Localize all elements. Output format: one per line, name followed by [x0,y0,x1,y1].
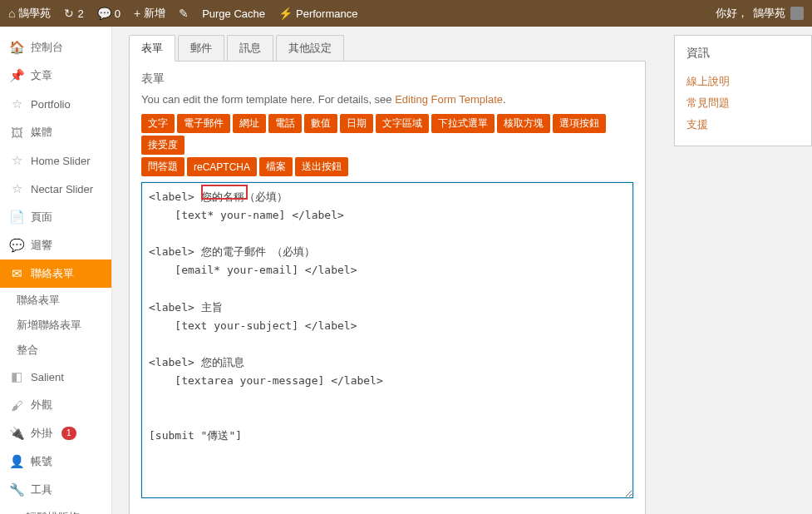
menu-item--[interactable]: ✉聯絡表單 [0,259,111,288]
star-icon: ☆ [8,180,25,197]
menu-label: 頁面 [31,210,52,225]
avatar [790,7,804,20]
tag-button[interactable]: 核取方塊 [497,114,550,133]
menu-item--[interactable]: 🔌外掛1 [0,419,111,447]
info-link[interactable]: 線上說明 [687,71,800,92]
updates-count: 2 [77,7,83,20]
form-template-textarea[interactable] [141,182,633,498]
menu-item-salient[interactable]: ◧Salient [0,363,111,391]
greeting-name: 鵠學苑 [753,6,785,21]
info-link[interactable]: 常見問題 [687,92,800,114]
tag-button[interactable]: 送出按鈕 [295,157,348,176]
tag-button[interactable]: 接受度 [141,136,185,155]
updates-link[interactable]: ↻ 2 [64,7,83,20]
badge: 1 [62,427,76,440]
tab-表單[interactable]: 表單 [129,35,175,62]
tab-訊息[interactable]: 訊息 [227,35,273,61]
tag-button[interactable]: 日期 [340,114,373,133]
menu-label: 媒體 [31,125,52,140]
menu-item-portfolio[interactable]: ☆Portfolio [0,90,111,118]
panel-description: You can edit the form template here. For… [141,93,633,106]
info-title: 資訊 [687,46,800,61]
menu-item--[interactable]: 🏠控制台 [0,33,111,62]
menu-item-home-slider[interactable]: ☆Home Slider [0,146,111,175]
main-content: 表單郵件訊息其他設定 表單 You can edit the form temp… [112,27,662,514]
comments-link[interactable]: 💬 0 [97,7,121,20]
tag-button[interactable]: 文字 [141,114,175,133]
info-sidebar: 資訊 線上說明常見問題支援 [662,27,812,514]
menu-label: 外掛 [31,426,52,441]
plus-icon: + [134,7,140,20]
media-icon: 🖼 [8,124,25,141]
menu-label: Nectar Slider [31,183,93,195]
tag-button[interactable]: 選項按鈕 [553,114,606,133]
greeting-prefix: 你好， [716,6,748,21]
star-icon: ☆ [8,96,25,112]
menu-item--[interactable]: 🔧工具 [0,476,111,504]
menu-item--[interactable]: ☆輕鬆排版拖、拉、酷！ [0,504,111,514]
form-panel: 表單 You can edit the form template here. … [129,61,646,514]
plug-icon: 🔌 [8,425,25,442]
tag-button[interactable]: 檔案 [259,157,293,176]
menu-label: 輕鬆排版拖、拉、酷！ [26,510,103,514]
tab-其他設定[interactable]: 其他設定 [276,35,344,61]
new-content[interactable]: + 新增 [134,6,165,21]
purge-cache[interactable]: Purge Cache [202,7,265,20]
submenu-item[interactable]: 整合 [8,338,111,363]
site-link[interactable]: ⌂ 鵠學苑 [8,6,51,21]
gauge-icon: ⚡ [278,7,293,20]
menu-label: Portfolio [31,98,71,111]
tag-button[interactable]: 數值 [304,114,337,133]
editing-template-link[interactable]: Editing Form Template [395,93,503,106]
speedometer-icon: 🏠 [8,39,25,56]
menu-label: 聯絡表單 [31,266,74,281]
tag-button[interactable]: 電話 [268,114,302,133]
user-icon: 👤 [8,453,25,470]
edit-icon: ✎ [179,7,189,20]
menu-item--[interactable]: 🖼媒體 [0,118,111,146]
comment-icon: 💬 [8,237,25,254]
menu-item--[interactable]: 🖌外觀 [0,391,111,419]
purge-label: Purge Cache [202,7,265,20]
tag-button[interactable]: 網址 [233,114,266,133]
menu-item--[interactable]: 📄頁面 [0,203,111,231]
edit-link[interactable]: ✎ [179,7,189,20]
panel-title: 表單 [141,72,633,86]
info-link[interactable]: 支援 [687,114,800,136]
tag-row-1: 文字電子郵件網址電話數值日期文字區域下拉式選單核取方塊選項按鈕接受度 [141,114,633,155]
new-label: 新增 [144,6,165,21]
menu-label: 文章 [31,68,52,83]
performance-label: Performance [296,7,357,20]
submenu-item[interactable]: 新增聯絡表單 [8,313,111,338]
admin-menu: 🏠控制台📌文章☆Portfolio🖼媒體☆Home Slider☆Nectar … [0,27,112,514]
mail-icon: ✉ [8,265,25,282]
tag-button[interactable]: 文字區域 [376,114,429,133]
site-name: 鵠學苑 [18,6,51,21]
menu-label: 控制台 [31,40,63,55]
menu-label: 外觀 [31,398,52,413]
tag-button[interactable]: 電子郵件 [177,114,230,133]
menu-item--[interactable]: 👤帳號 [0,447,111,476]
menu-item--[interactable]: 💬迴響 [0,231,111,259]
tag-button[interactable]: 問答題 [141,157,185,176]
menu-item-nectar-slider[interactable]: ☆Nectar Slider [0,175,111,203]
menu-label: 帳號 [31,454,52,469]
user-menu[interactable]: 你好， 鵠學苑 [716,6,804,21]
admin-bar: ⌂ 鵠學苑 ↻ 2 💬 0 + 新增 ✎ Purge Cache ⚡ Perfo… [0,0,812,27]
pin-icon: 📌 [8,67,25,84]
performance-link[interactable]: ⚡ Performance [278,7,357,20]
comment-icon: 💬 [97,7,111,20]
menu-label: Home Slider [31,155,91,167]
tag-button[interactable]: 下拉式選單 [431,114,495,133]
menu-item--[interactable]: 📌文章 [0,62,111,90]
star-icon: ☆ [8,152,25,169]
brush-icon: 🖌 [8,397,25,413]
comments-count: 0 [115,7,121,20]
menu-label: Salient [31,371,64,383]
submenu-item[interactable]: 聯絡表單 [8,288,111,313]
page-icon: 📄 [8,209,25,225]
updates-icon: ↻ [64,7,74,20]
tab-郵件[interactable]: 郵件 [178,35,224,61]
tag-button[interactable]: reCAPTCHA [187,157,257,176]
menu-label: 工具 [31,482,52,497]
